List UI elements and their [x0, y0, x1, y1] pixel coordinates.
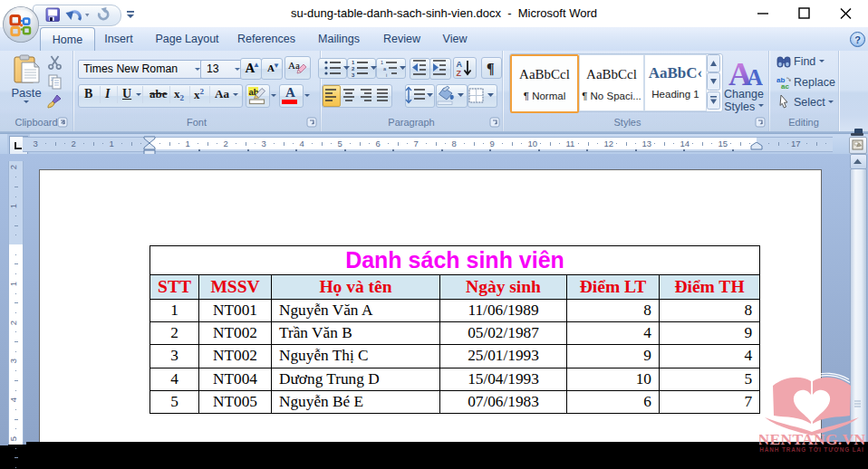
svg-text:a: a — [383, 66, 387, 72]
svg-text:i: i — [386, 72, 387, 78]
svg-text:3: 3 — [352, 72, 355, 78]
svg-text:Aa: Aa — [288, 60, 300, 71]
svg-text:Z: Z — [457, 69, 462, 78]
svg-text:1: 1 — [381, 60, 383, 65]
svg-text:ac: ac — [781, 82, 789, 90]
svg-text:¶: ¶ — [487, 61, 495, 76]
svg-text:A: A — [457, 60, 463, 69]
svg-text:NENTANG.VN: NENTANG.VN — [759, 430, 865, 448]
svg-text:1: 1 — [352, 60, 355, 65]
svg-text:A: A — [747, 65, 763, 90]
svg-text:2: 2 — [352, 66, 355, 72]
svg-text:?: ? — [854, 34, 861, 45]
svg-text:HÀNH TRANG TỚI TƯƠNG LAI: HÀNH TRANG TỚI TƯƠNG LAI — [759, 445, 864, 453]
